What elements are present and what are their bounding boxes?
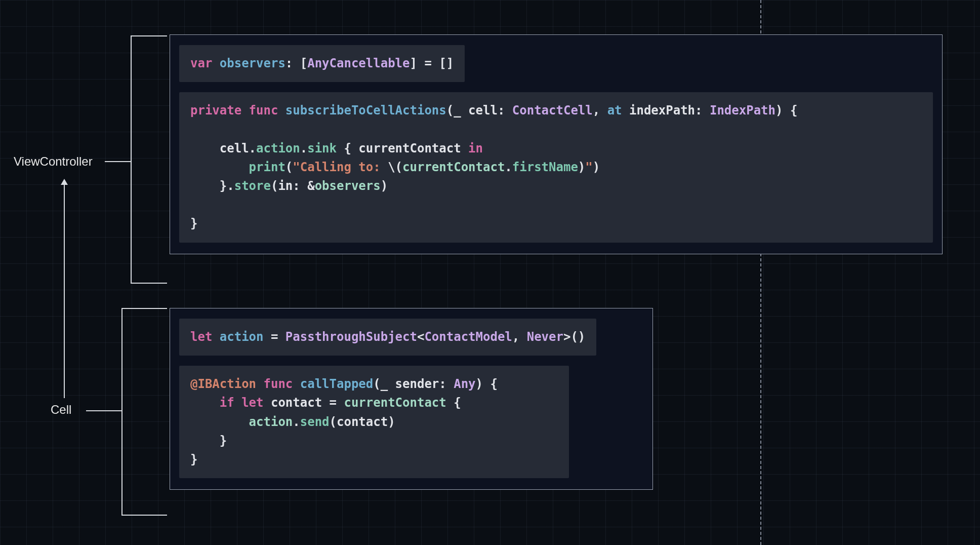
label-viewcontroller: ViewController	[14, 154, 93, 169]
code-cell-calltapped: @IBAction func callTapped(_ sender: Any)…	[179, 366, 569, 478]
connector-viewcontroller	[105, 161, 131, 162]
code-vc-subscribe: private func subscribeToCellActions(_ ce…	[179, 92, 933, 242]
label-cell: Cell	[51, 403, 71, 417]
code-vc-observers: var observers: [AnyCancellable] = []	[179, 45, 465, 82]
code-cell-action: let action = PassthroughSubject<ContactM…	[179, 319, 596, 356]
bracket-viewcontroller	[131, 35, 167, 284]
bracket-cell	[121, 308, 167, 516]
arrow-cell-to-vc	[64, 180, 65, 398]
panel-cell: let action = PassthroughSubject<ContactM…	[170, 308, 653, 490]
connector-cell	[86, 410, 123, 411]
panel-viewcontroller: var observers: [AnyCancellable] = [] pri…	[170, 34, 943, 254]
